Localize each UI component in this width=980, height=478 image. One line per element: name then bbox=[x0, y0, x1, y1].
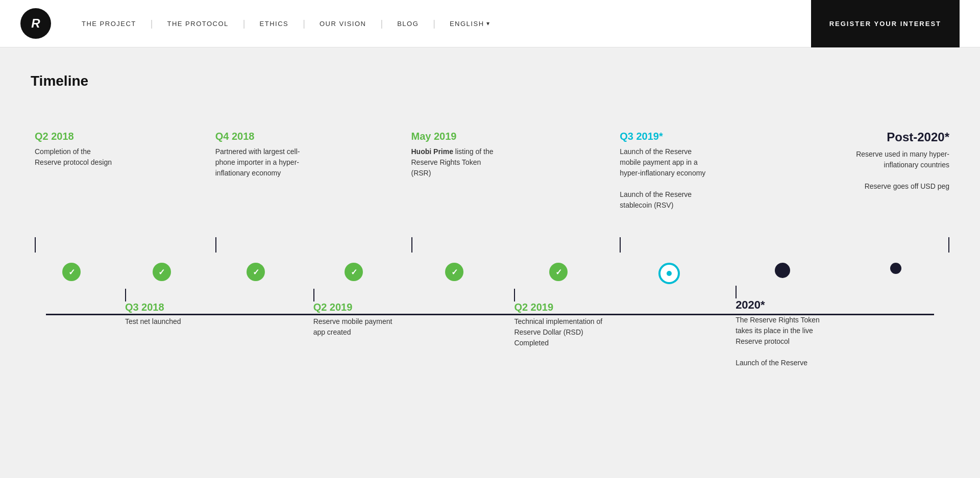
above-content-q2-2019-b bbox=[510, 130, 607, 263]
nav-language[interactable]: ENGLISH ▾ bbox=[435, 20, 504, 28]
below-content-q3-2019 bbox=[616, 284, 723, 376]
below-content-may-2019 bbox=[407, 281, 502, 373]
line-above-5 bbox=[411, 237, 412, 253]
node-q3-2018: ✓ bbox=[153, 263, 171, 281]
current-node-dot bbox=[667, 271, 672, 276]
above-content-q2-2018: Q2 2018 Completion of the Reserve protoc… bbox=[31, 130, 112, 263]
register-interest-button[interactable]: REGISTER YOUR INTEREST bbox=[811, 0, 960, 47]
node-q4-2018: ✓ bbox=[247, 263, 265, 281]
node-q2-2019-b: ✓ bbox=[549, 263, 568, 281]
desc-post-2020: Reserve used in many hyper-inflationary … bbox=[847, 149, 949, 192]
timeline-line bbox=[46, 314, 934, 315]
timeline-item-q4-2018: Q4 2018 Partnered with largest cell-phon… bbox=[211, 130, 301, 376]
below-content-q2-2019-a: Q2 2019 Reserve mobile payment app creat… bbox=[309, 281, 399, 373]
node-q2-2019-a: ✓ bbox=[345, 263, 363, 281]
nav-the-protocol[interactable]: THE PROTOCOL bbox=[153, 20, 242, 28]
navigation: THE PROJECT | THE PROTOCOL | ETHICS | OU… bbox=[82, 18, 811, 29]
nav-our-vision[interactable]: OUR VISION bbox=[305, 20, 381, 28]
node-may-2019: ✓ bbox=[445, 263, 463, 281]
period-q3-2019: Q3 2019* bbox=[620, 130, 663, 142]
nav-blog[interactable]: BLOG bbox=[383, 20, 433, 28]
nav-the-project[interactable]: THE PROJECT bbox=[82, 20, 151, 28]
check-icon-6: ✓ bbox=[555, 267, 562, 277]
below-content-q2-2018 bbox=[31, 281, 112, 373]
period-q3-2018: Q3 2018 bbox=[125, 301, 203, 313]
timeline-item-q2-2019-a: ✓ Q2 2019 Reserve mobile payment app cre… bbox=[309, 130, 399, 376]
check-icon-4: ✓ bbox=[351, 267, 357, 277]
line-below-4 bbox=[313, 289, 314, 301]
above-content-may-2019: May 2019 Huobi Prime listing of the Rese… bbox=[407, 130, 502, 263]
above-content-q4-2018: Q4 2018 Partnered with largest cell-phon… bbox=[211, 130, 301, 263]
header: R THE PROJECT | THE PROTOCOL | ETHICS | … bbox=[0, 0, 980, 47]
above-content-q2-2019-a bbox=[309, 130, 399, 263]
above-content-q3-2019: Q3 2019* Launch of the Reserve mobile pa… bbox=[616, 130, 723, 263]
timeline-item-q2-2019-b: ✓ Q2 2019 Technical implementation of Re… bbox=[510, 130, 607, 376]
chevron-down-icon: ▾ bbox=[486, 20, 491, 27]
period-q4-2018: Q4 2018 bbox=[215, 130, 255, 142]
period-post-2020: Post-2020* bbox=[887, 130, 949, 145]
desc-q3-2018: Test net launched bbox=[125, 316, 203, 327]
line-above-1 bbox=[35, 237, 36, 253]
desc-q4-2018: Partnered with largest cell-phone import… bbox=[215, 146, 301, 179]
above-content-q3-2018 bbox=[121, 130, 203, 263]
desc-may-2019: Huobi Prime listing of the Reserve Right… bbox=[411, 146, 498, 179]
timeline-item-2020: 2020* The Reserve Rights Token takes its… bbox=[731, 130, 834, 376]
line-below-8 bbox=[736, 286, 737, 298]
node-post-2020 bbox=[890, 263, 901, 274]
line-above-3 bbox=[215, 237, 216, 253]
check-icon-2: ✓ bbox=[158, 267, 165, 277]
desc-q2-2018: Completion of the Reserve protocol desig… bbox=[35, 146, 112, 168]
desc-q2-2019-b: Technical implementation of Reserve Doll… bbox=[514, 316, 606, 348]
logo[interactable]: R bbox=[20, 8, 51, 39]
period-may-2019: May 2019 bbox=[411, 130, 457, 142]
desc-q3-2019: Launch of the Reserve mobile payment app… bbox=[620, 146, 706, 211]
below-content-q4-2018 bbox=[211, 281, 301, 373]
below-content-q2-2019-b: Q2 2019 Technical implementation of Rese… bbox=[510, 281, 607, 373]
line-below-6 bbox=[514, 289, 515, 301]
period-q2-2019-b: Q2 2019 bbox=[514, 301, 607, 313]
timeline-items: Q2 2018 Completion of the Reserve protoc… bbox=[31, 130, 949, 376]
check-icon-3: ✓ bbox=[253, 267, 259, 277]
desc-q2-2019-a: Reserve mobile payment app created bbox=[313, 316, 399, 338]
period-q2-2019-a: Q2 2019 bbox=[313, 301, 399, 313]
timeline-item-may-2019: May 2019 Huobi Prime listing of the Rese… bbox=[407, 130, 502, 376]
above-content-2020 bbox=[731, 130, 834, 263]
node-q2-2018: ✓ bbox=[62, 263, 81, 281]
timeline: Q2 2018 Completion of the Reserve protoc… bbox=[31, 130, 949, 417]
timeline-item-q3-2019: Q3 2019* Launch of the Reserve mobile pa… bbox=[616, 130, 723, 376]
line-above-7 bbox=[620, 237, 621, 253]
check-icon-5: ✓ bbox=[451, 267, 458, 277]
nav-ethics[interactable]: ETHICS bbox=[246, 20, 303, 28]
timeline-item-q3-2018: ✓ Q3 2018 Test net launched bbox=[121, 130, 203, 376]
above-content-post-2020: Post-2020* Reserve used in many hyper-in… bbox=[842, 130, 949, 263]
main-content: Timeline Q2 2018 Completion of the Reser… bbox=[0, 47, 980, 442]
period-2020: 2020* bbox=[736, 298, 834, 312]
below-content-2020: 2020* The Reserve Rights Token takes its… bbox=[731, 278, 834, 370]
timeline-item-post-2020: Post-2020* Reserve used in many hyper-in… bbox=[842, 130, 949, 376]
desc-2020: The Reserve Rights Token takes its place… bbox=[736, 315, 827, 368]
below-content-q3-2018: Q3 2018 Test net launched bbox=[121, 281, 203, 373]
node-q3-2019 bbox=[658, 263, 680, 284]
line-below-2 bbox=[125, 289, 126, 301]
node-2020 bbox=[775, 263, 790, 278]
line-above-9 bbox=[948, 237, 949, 253]
below-content-post-2020 bbox=[842, 274, 949, 366]
page-title: Timeline bbox=[31, 73, 949, 89]
timeline-item-q2-2018: Q2 2018 Completion of the Reserve protoc… bbox=[31, 130, 112, 376]
check-icon-1: ✓ bbox=[68, 267, 75, 277]
period-q2-2018: Q2 2018 bbox=[35, 130, 74, 142]
logo-letter: R bbox=[31, 16, 40, 31]
